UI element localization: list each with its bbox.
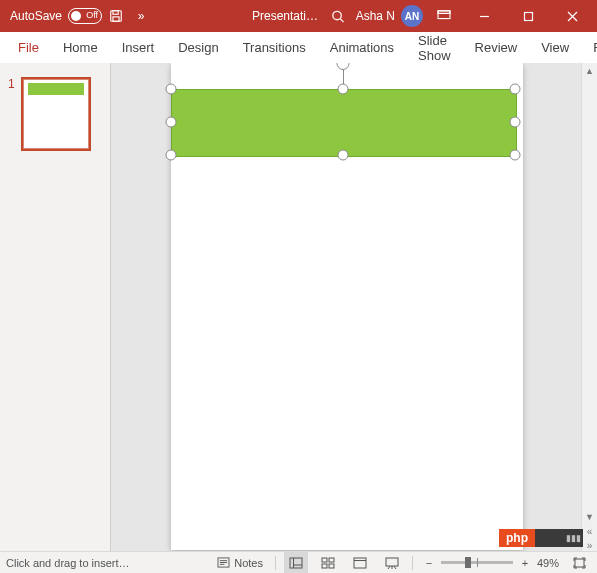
thumb-number: 1 [8,77,15,91]
qatoolbar-overflow[interactable]: » [130,9,152,23]
svg-rect-2 [113,17,119,21]
svg-rect-20 [329,558,334,562]
svg-rect-22 [329,564,334,568]
resize-handle-se[interactable] [510,150,521,161]
resize-handle-w[interactable] [166,117,177,128]
resize-handle-e[interactable] [510,117,521,128]
autosave-switch[interactable]: Off [68,8,102,24]
search-button[interactable] [330,0,345,32]
tab-slideshow[interactable]: Slide Show [408,32,461,63]
resize-handle-sw[interactable] [166,150,177,161]
vertical-scrollbar[interactable]: ▲ ▼ « » [581,63,597,552]
svg-rect-16 [290,558,302,568]
maximize-button[interactable] [509,0,547,32]
svg-point-3 [332,11,340,19]
svg-rect-29 [575,559,584,567]
prev-slide-button[interactable]: « [582,524,597,538]
ribbon-display-options[interactable] [429,0,459,32]
svg-rect-19 [322,558,327,562]
slide-thumbnail-pane[interactable]: 1 [0,63,111,552]
document-title: Presentati… [252,9,318,23]
watermark-badge: php ▮▮▮ [499,529,583,547]
svg-rect-0 [111,11,122,22]
reading-view-button[interactable] [348,552,372,573]
slide-thumbnail-1[interactable] [21,77,91,151]
tab-design[interactable]: Design [168,32,228,63]
zoom-in-button[interactable]: + [517,552,533,573]
rotate-handle[interactable] [337,63,350,70]
resize-handle-n[interactable] [338,84,349,95]
titlebar: AutoSave Off » Presentati… Asha N AN [0,0,597,32]
slide-sorter-button[interactable] [316,552,340,573]
normal-view-button[interactable] [284,552,308,573]
scroll-down[interactable]: ▼ [582,509,597,524]
slide-canvas-area[interactable]: ▲ ▼ « » [111,63,597,552]
ribbon-tabs: File Home Insert Design Transitions Anim… [0,32,597,64]
tab-transitions[interactable]: Transitions [233,32,316,63]
tab-home[interactable]: Home [53,32,108,63]
zoom-percent[interactable]: 49% [537,557,559,569]
statusbar: Click and drag to insert… Notes − + 49% [0,551,597,573]
close-button[interactable] [553,0,591,32]
resize-handle-ne[interactable] [510,84,521,95]
tab-view[interactable]: View [531,32,579,63]
autosave-toggle[interactable]: AutoSave Off [10,8,102,24]
minimize-button[interactable] [465,0,503,32]
status-message: Click and drag to insert… [6,557,130,569]
svg-rect-23 [354,558,366,568]
tab-animations[interactable]: Animations [320,32,404,63]
fit-to-window-button[interactable] [567,552,591,573]
slide[interactable] [171,63,523,550]
svg-rect-1 [113,11,118,15]
tab-recording[interactable]: Recordi [583,32,597,63]
svg-line-4 [340,18,343,21]
notes-button[interactable]: Notes [213,552,267,573]
zoom-slider[interactable] [441,561,513,564]
resize-handle-s[interactable] [338,150,349,161]
zoom-out-button[interactable]: − [421,552,437,573]
autosave-label: AutoSave [10,9,62,23]
tab-file[interactable]: File [4,32,53,63]
tab-insert[interactable]: Insert [112,32,165,63]
next-slide-button[interactable]: » [582,538,597,552]
svg-rect-21 [322,564,327,568]
save-button[interactable] [102,0,130,32]
selected-shape[interactable] [163,89,523,159]
slideshow-button[interactable] [380,552,404,573]
tab-review[interactable]: Review [465,32,528,63]
scroll-up[interactable]: ▲ [582,63,597,78]
svg-rect-9 [524,12,532,20]
rectangle-shape[interactable] [171,89,517,157]
user-name[interactable]: Asha N [356,9,395,23]
avatar[interactable]: AN [401,5,423,27]
svg-rect-25 [386,558,398,566]
resize-handle-nw[interactable] [166,84,177,95]
